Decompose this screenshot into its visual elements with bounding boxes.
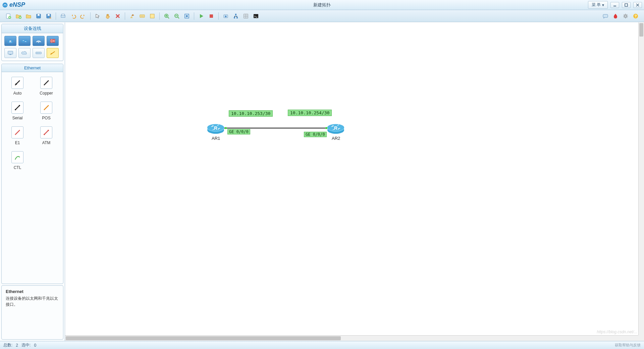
toolbar-separator [90,12,91,20]
status-selected: 0 [34,343,36,348]
svg-rect-18 [150,14,154,18]
print-button[interactable] [59,12,67,20]
cat-hub[interactable] [33,48,45,58]
item-copper[interactable]: Copper [37,77,56,96]
huawei-button[interactable] [611,12,620,20]
item-ctl[interactable]: CTL [8,151,27,170]
pan-tool[interactable] [103,12,112,20]
vertical-scrollbar[interactable] [638,22,644,335]
scrollbar-thumb[interactable] [66,336,341,340]
toolbar-separator [56,12,56,20]
port-label-ar2[interactable]: GE 0/0/0 [304,132,327,137]
ip-label-ar2[interactable]: 10.10.10.254/30 [288,110,332,116]
router-ar2[interactable]: R [327,121,345,134]
atm-icon [42,128,50,136]
show-interface-button[interactable] [241,12,250,20]
message-button[interactable] [601,12,610,20]
delete-icon [115,13,121,19]
item-e1[interactable]: E1 [8,126,27,145]
svg-point-50 [19,105,20,106]
desc-title: Ethernet [6,289,59,294]
save-as-button[interactable] [44,12,53,20]
delete-button[interactable] [113,12,122,20]
cat-switch[interactable] [18,36,31,46]
zoom-fit-button[interactable] [182,12,191,20]
item-auto[interactable]: Auto [8,77,27,96]
capture-icon [223,13,229,19]
zoom-in-button[interactable] [162,12,171,20]
palette-button[interactable] [148,12,157,20]
cat-router[interactable]: R [4,36,16,46]
scrollbar-thumb[interactable] [639,23,643,37]
capture-button[interactable] [221,12,230,20]
e1-icon [13,128,21,136]
description-panel: Ethernet 连接设备的以太网和千兆以太接口。 [1,285,63,340]
cat-firewall[interactable] [47,36,59,46]
save-button[interactable] [34,12,43,20]
titlebar: eNSP 新建拓扑 菜 单 ▾ [0,0,644,10]
link-line[interactable] [223,128,328,128]
device-panel: 设备连线 R [1,24,63,61]
select-tool[interactable] [93,12,102,20]
terminal-icon [253,13,259,19]
item-panel: Ethernet Auto Copper Serial POS [1,64,63,284]
svg-line-22 [178,17,179,18]
undo-button[interactable] [69,12,77,20]
node-label-ar1[interactable]: AR1 [212,136,220,141]
node-label-ar2[interactable]: AR2 [332,136,340,141]
auto-icon [13,79,21,87]
help-icon: ? [633,13,639,19]
maximize-button[interactable] [622,2,631,8]
logo-icon [2,2,8,8]
help-button[interactable]: ? [631,12,640,20]
new-project-button[interactable] [14,12,23,20]
port-label-ar1[interactable]: GE 0/0/0 [227,129,250,134]
cat-pc[interactable] [4,48,16,58]
item-atm[interactable]: ATM [37,126,56,145]
status-selected-label: 选中: [21,342,31,348]
redo-button[interactable] [79,12,88,20]
item-label: Copper [40,91,53,96]
topology-canvas[interactable]: R AR1 10.10.10.253/30 GE 0/0/0 R AR2 10.… [65,22,644,341]
cat-wlan[interactable] [33,36,45,46]
item-label: Serial [12,116,23,120]
toolbar-separator [194,12,194,20]
svg-text:R: R [9,40,11,43]
text-button[interactable] [138,12,147,20]
settings-button[interactable] [621,12,630,20]
zoom-out-button[interactable] [172,12,181,20]
svg-rect-35 [603,14,608,17]
folder-open-icon [25,13,32,19]
minimize-icon [613,3,617,7]
item-pos[interactable]: POS [37,102,56,120]
link-endpoint [225,127,227,129]
svg-point-27 [225,15,227,17]
close-button[interactable] [633,2,642,8]
serial-icon [13,104,21,112]
print-icon [60,13,66,19]
cat-connection[interactable] [47,48,59,58]
start-button[interactable] [197,12,206,20]
topology-tree-button[interactable] [231,12,240,20]
menu-button[interactable]: 菜 单 ▾ [588,1,608,9]
item-serial[interactable]: Serial [8,102,27,120]
horizontal-scrollbar[interactable] [65,335,638,341]
svg-line-47 [44,80,49,85]
cat-cloud[interactable] [18,48,31,58]
new-topology-button[interactable] [4,12,13,20]
stop-button[interactable] [207,12,216,20]
minimize-button[interactable] [610,2,619,8]
ip-label-ar1[interactable]: 10.10.10.253/30 [229,110,273,117]
status-right[interactable]: 获取帮助与反馈 [615,343,641,348]
folder-new-icon [15,13,21,19]
router-ar1[interactable]: R [207,121,225,134]
broom-button[interactable] [128,12,137,20]
status-total: 2 [16,343,18,348]
svg-rect-9 [38,14,40,16]
svg-rect-44 [8,51,13,54]
gear-icon [623,13,629,19]
open-button[interactable] [24,12,33,20]
cli-button[interactable] [252,12,260,20]
toolbar-separator [218,12,219,20]
huawei-icon [612,13,619,19]
